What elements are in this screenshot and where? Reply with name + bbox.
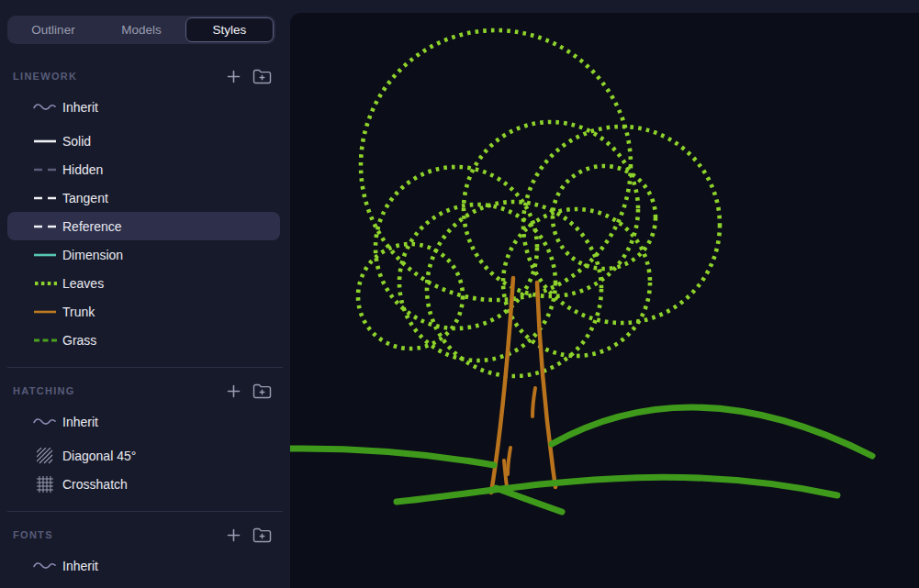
plus-icon [227, 528, 241, 542]
add-style-button[interactable] [227, 528, 241, 542]
plus-icon [227, 70, 241, 83]
add-style-button[interactable] [227, 70, 241, 83]
linework-item-grass[interactable]: Grass [7, 326, 280, 354]
style-item-label: Trunk [62, 305, 95, 319]
style-item-label: Inherit [62, 559, 98, 573]
style-item-label: Hidden [62, 162, 103, 177]
leaves-circle [399, 205, 555, 361]
section-title-hatching: HATCHING [13, 385, 75, 396]
add-style-button[interactable] [227, 384, 241, 398]
viewport[interactable] [290, 13, 919, 588]
linework-item-inherit[interactable]: Inherit [7, 93, 280, 121]
style-item-label: Grass [62, 333, 96, 348]
section-divider [7, 511, 283, 512]
canvas-drawing [290, 13, 919, 588]
solid-swatch-icon [31, 247, 59, 263]
fonts-item-inherit[interactable]: Inherit [7, 551, 280, 580]
inherit-swatch-icon [31, 558, 59, 574]
leaves-circle [553, 166, 656, 269]
section-actions-linework [227, 69, 272, 84]
style-list-fonts: Inherit [0, 551, 290, 580]
hatching-item-crosshatch[interactable]: Crosshatch [7, 470, 280, 498]
hatching-item-inherit[interactable]: Inherit [7, 407, 280, 436]
dash-short-swatch-icon [31, 332, 59, 349]
solid-swatch-icon [31, 304, 59, 320]
linework-item-hidden[interactable]: Hidden [7, 155, 280, 183]
inherit-swatch-icon [31, 414, 59, 430]
linework-item-trunk[interactable]: Trunk [7, 297, 280, 326]
crosshatch-swatch-icon [31, 476, 59, 493]
style-item-label: Tangent [62, 191, 108, 205]
style-item-label: Dimension [62, 248, 123, 262]
dashed-swatch-icon [31, 161, 59, 178]
linework-item-reference[interactable]: Reference [7, 212, 280, 240]
folder-plus-icon [252, 383, 272, 399]
bark-detail [532, 388, 535, 416]
style-item-label: Inherit [62, 415, 98, 429]
style-item-label: Inherit [62, 100, 98, 115]
trunk-group [491, 278, 555, 493]
dashed-swatch-icon [31, 218, 59, 235]
style-item-label: Solid [62, 134, 91, 149]
grass-line [552, 407, 872, 456]
dotted-swatch-icon [31, 275, 59, 292]
style-item-label: Crosshatch [62, 477, 128, 492]
tab-models[interactable]: Models [97, 17, 185, 42]
grass-line [291, 449, 494, 465]
section-divider [7, 367, 283, 368]
grass-line [496, 488, 562, 512]
style-list-hatching: Inherit Diagonal 45° Crosshatch [0, 407, 290, 498]
folder-plus-icon [252, 527, 272, 543]
new-folder-button[interactable] [252, 527, 272, 543]
trunk-line [537, 283, 555, 487]
section-actions-hatching [227, 383, 272, 399]
new-folder-button[interactable] [252, 69, 272, 84]
hatching-item-diagonal-45[interactable]: Diagonal 45° [7, 441, 280, 470]
style-item-label: Reference [62, 219, 122, 234]
style-item-label: Leaves [62, 276, 104, 291]
folder-plus-icon [252, 69, 272, 84]
section-header-fonts: FONTS [13, 528, 272, 541]
style-item-label: Diagonal 45° [62, 449, 136, 463]
leaves-circle [503, 209, 650, 356]
solid-swatch-icon [31, 133, 59, 150]
inherit-swatch-icon [31, 99, 59, 116]
linework-item-tangent[interactable]: Tangent [7, 183, 280, 212]
tab-outliner[interactable]: Outliner [9, 17, 97, 42]
grass-line [397, 477, 837, 502]
diagonal-swatch-icon [31, 448, 59, 464]
tab-styles[interactable]: Styles [185, 17, 274, 42]
section-title-fonts: FONTS [13, 529, 53, 540]
bark-detail [508, 448, 510, 474]
leaves-circle [361, 30, 631, 300]
section-actions-fonts [227, 527, 272, 543]
plus-icon [227, 384, 241, 398]
sidebar: OutlinerModelsStyles LINEWORK InheritSol… [0, 0, 290, 588]
linework-item-solid[interactable]: Solid [7, 127, 280, 155]
linework-item-leaves[interactable]: Leaves [7, 269, 280, 297]
leaves-circle [358, 244, 463, 349]
style-sections: LINEWORK InheritSolidHiddenTangentRefere… [0, 70, 290, 580]
section-header-linework: LINEWORK [13, 70, 272, 83]
style-list-linework: InheritSolidHiddenTangentReferenceDimens… [0, 93, 290, 354]
section-header-hatching: HATCHING [13, 384, 272, 397]
grass-group [291, 407, 872, 512]
dashed-swatch-icon [31, 190, 59, 206]
new-folder-button[interactable] [252, 383, 272, 399]
section-title-linework: LINEWORK [13, 71, 77, 82]
tab-bar: OutlinerModelsStyles [7, 16, 275, 44]
linework-item-dimension[interactable]: Dimension [7, 240, 280, 269]
